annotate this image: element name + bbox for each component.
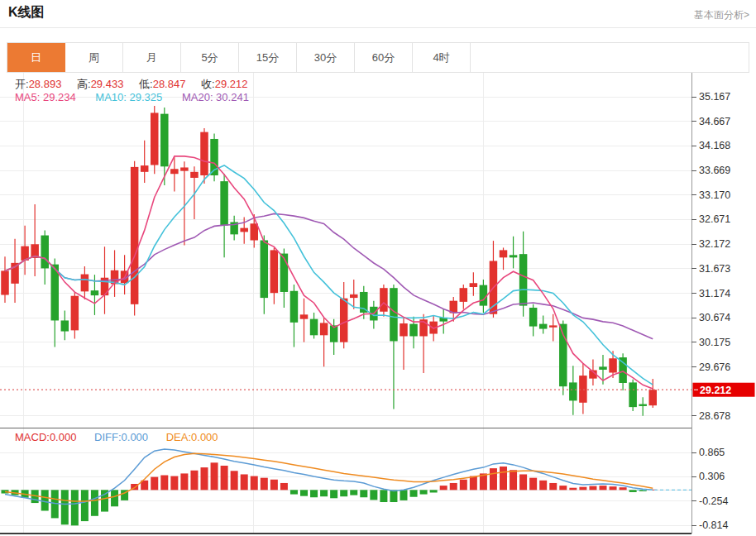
- ma5-legend: MA5: 29.234: [15, 91, 76, 103]
- high-label: 高:: [77, 78, 91, 90]
- tab-month[interactable]: 月: [123, 43, 181, 72]
- candles: [1, 106, 657, 416]
- dea-value-legend: DEA:0.000: [166, 431, 218, 443]
- macd-histogram: [2, 462, 657, 525]
- diff-value-legend: DIFF:0.000: [94, 431, 148, 443]
- ma-legend: MA5: 29.234 MA10: 29.325 MA20: 30.241: [15, 91, 249, 103]
- tab-week[interactable]: 周: [65, 43, 123, 72]
- page-title: K线图: [8, 4, 45, 22]
- tab-60min[interactable]: 60分: [355, 43, 413, 72]
- tab-15min[interactable]: 15分: [239, 43, 297, 72]
- period-tabs: 日 周 月 5分 15分 30分 60分 4时: [7, 42, 749, 73]
- axis-tick-label: 0.306: [699, 471, 725, 482]
- ma10-legend: MA10: 29.325: [95, 91, 162, 103]
- header-divider: [0, 27, 756, 28]
- axis-tick-label: 0.865: [699, 447, 725, 458]
- axis-tick-label: -0.814: [699, 519, 728, 531]
- axis-tick-label: 34.667: [699, 116, 730, 127]
- tab-30min[interactable]: 30分: [297, 43, 355, 72]
- axis-tick-label: 33.170: [699, 189, 730, 201]
- macd-legend: MACD:0.000 DIFF:0.000 DEA:0.000: [15, 431, 218, 443]
- axis-tick-label: 29.676: [699, 361, 730, 373]
- macd-value-legend: MACD:0.000: [15, 431, 76, 443]
- close-label: 收:: [201, 78, 215, 90]
- tab-5min[interactable]: 5分: [181, 43, 239, 72]
- axis-tick-label: 34.168: [699, 140, 730, 151]
- axis-tick-label: 31.174: [699, 288, 730, 299]
- current-price-badge: 29.212: [693, 383, 755, 397]
- axis-tick-label: 28.678: [699, 410, 730, 422]
- high-value: 29.433: [91, 78, 124, 90]
- ohlc-legend: 开:28.893 高:29.433 低:28.847 收:29.212: [15, 77, 260, 92]
- ma20-legend: MA20: 30.241: [182, 91, 249, 103]
- ma20-line: [5, 213, 653, 338]
- low-value: 28.847: [153, 78, 186, 90]
- open-label: 开:: [15, 78, 29, 90]
- axis-tick-label: 30.175: [699, 337, 730, 348]
- low-label: 低:: [139, 78, 153, 90]
- kline-chart[interactable]: 35.16734.66734.16833.66933.17032.67132.1…: [0, 73, 756, 536]
- fundamental-analysis-link[interactable]: 基本面分析>: [694, 8, 749, 22]
- tab-4hour[interactable]: 4时: [413, 43, 471, 72]
- axis-tick-label: 30.674: [699, 312, 730, 323]
- axis-tick-label: 32.671: [699, 213, 730, 225]
- axis-tick-label: 35.167: [699, 91, 730, 103]
- tab-day[interactable]: 日: [7, 43, 65, 72]
- ma10-line: [5, 165, 653, 385]
- current-price-text: 29.212: [700, 385, 731, 396]
- close-value: 29.212: [215, 78, 248, 90]
- axis-tick-label: 33.669: [699, 165, 730, 176]
- open-value: 28.893: [29, 78, 62, 90]
- axis-tick-label: 31.673: [699, 263, 730, 275]
- axis-tick-label: -0.254: [699, 495, 728, 507]
- axis-tick-label: 32.172: [699, 238, 730, 250]
- ma5-line: [5, 156, 653, 389]
